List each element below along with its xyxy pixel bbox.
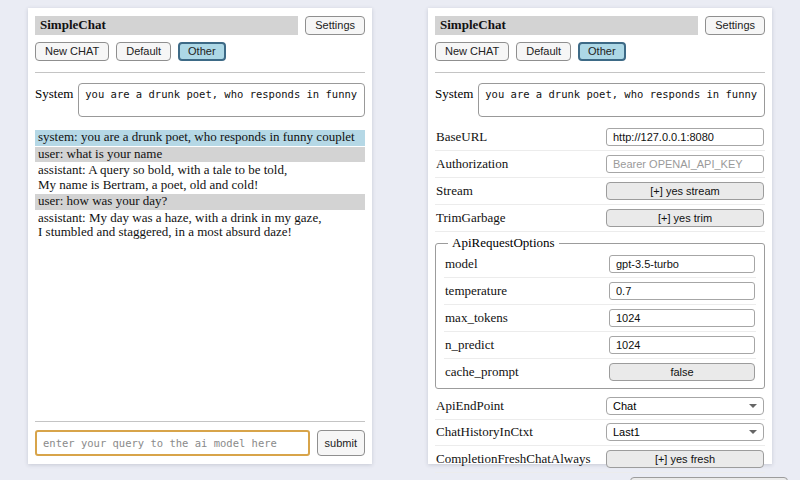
session-toolbar: New CHAT Default Other	[435, 42, 765, 61]
system-prompt-label: System	[35, 83, 73, 117]
chat-panel: SimpleChat Settings New CHAT Default Oth…	[28, 8, 372, 464]
authorization-input[interactable]	[606, 155, 764, 173]
panel-header: SimpleChat Settings	[435, 16, 765, 35]
temperature-input[interactable]	[609, 282, 755, 300]
cache-prompt-toggle-button[interactable]: false	[609, 363, 755, 381]
api-request-options-legend: ApiRequestOptions	[448, 235, 559, 251]
settings-button[interactable]: Settings	[305, 16, 365, 35]
setting-row-cache-prompt: cache_prompt false	[444, 359, 756, 385]
session-tab-default[interactable]: Default	[516, 42, 571, 61]
submit-button[interactable]: submit	[317, 430, 365, 456]
setting-row-role-prefix: CompletionInsertStandardRolePrefix [-] d…	[435, 473, 765, 480]
system-prompt-input[interactable]: you are a drunk poet, who responds in fu…	[478, 83, 765, 117]
app-title: SimpleChat	[435, 16, 698, 35]
new-chat-button[interactable]: New CHAT	[435, 42, 509, 61]
divider	[35, 72, 365, 73]
chat-log: system: you are a drunk poet, who respon…	[35, 130, 365, 417]
setting-row-temperature: temperature	[444, 278, 756, 305]
api-endpoint-label: ApiEndPoint	[436, 398, 504, 414]
trim-garbage-label: TrimGarbage	[436, 210, 506, 226]
base-url-input[interactable]	[606, 128, 764, 146]
system-prompt-row: System you are a drunk poet, who respond…	[435, 83, 765, 117]
setting-row-authorization: Authorization	[435, 151, 765, 178]
api-endpoint-selected-value: Chat	[613, 400, 636, 412]
n-predict-label: n_predict	[445, 337, 494, 353]
setting-row-trimgarbage: TrimGarbage [+] yes trim	[435, 205, 765, 232]
new-chat-button[interactable]: New CHAT	[35, 42, 109, 61]
chat-history-label: ChatHistoryInCtxt	[436, 424, 533, 440]
setting-row-baseurl: BaseURL	[435, 124, 765, 151]
app-title: SimpleChat	[35, 16, 298, 35]
session-tab-default[interactable]: Default	[116, 42, 171, 61]
chat-message: system: you are a drunk poet, who respon…	[35, 130, 365, 146]
trim-garbage-toggle-button[interactable]: [+] yes trim	[606, 209, 764, 227]
setting-row-api-endpoint: ApiEndPoint Chat	[435, 394, 765, 420]
stream-toggle-button[interactable]: [+] yes stream	[606, 182, 764, 200]
session-tab-other[interactable]: Other	[578, 42, 626, 61]
authorization-label: Authorization	[436, 156, 508, 172]
chat-message: user: what is your name	[35, 147, 365, 163]
chevron-down-icon	[749, 430, 757, 434]
system-prompt-row: System you are a drunk poet, who respond…	[35, 83, 365, 117]
n-predict-input[interactable]	[609, 336, 755, 354]
fresh-chat-toggle-button[interactable]: [+] yes fresh	[606, 450, 764, 468]
session-toolbar: New CHAT Default Other	[35, 42, 365, 61]
max-tokens-input[interactable]	[609, 309, 755, 327]
session-tab-other[interactable]: Other	[178, 42, 226, 61]
chat-message: user: how was your day?	[35, 194, 365, 210]
panel-header: SimpleChat Settings	[35, 16, 365, 35]
setting-row-n-predict: n_predict	[444, 332, 756, 359]
query-input[interactable]	[35, 430, 310, 456]
model-label: model	[445, 256, 478, 272]
setting-row-max-tokens: max_tokens	[444, 305, 756, 332]
api-request-options-group: ApiRequestOptions model temperature max_…	[435, 235, 765, 389]
divider	[35, 421, 365, 422]
setting-row-stream: Stream [+] yes stream	[435, 178, 765, 205]
temperature-label: temperature	[445, 283, 507, 299]
chat-message: assistant: A query so bold, with a tale …	[35, 163, 365, 193]
cache-prompt-label: cache_prompt	[445, 364, 519, 380]
setting-row-chat-history: ChatHistoryInCtxt Last1	[435, 420, 765, 446]
base-url-label: BaseURL	[436, 129, 487, 145]
setting-row-model: model	[444, 251, 756, 278]
model-input[interactable]	[609, 255, 755, 273]
chevron-down-icon	[749, 404, 757, 408]
system-prompt-input[interactable]: you are a drunk poet, who responds in fu…	[78, 83, 365, 117]
system-prompt-label: System	[435, 83, 473, 117]
divider	[435, 72, 765, 73]
chat-history-select[interactable]: Last1	[606, 423, 764, 441]
query-row: submit	[35, 430, 365, 456]
settings-list: BaseURL Authorization Stream [+] yes str…	[435, 124, 765, 480]
max-tokens-label: max_tokens	[445, 310, 508, 326]
stream-label: Stream	[436, 183, 473, 199]
setting-row-fresh-chat: CompletionFreshChatAlways [+] yes fresh	[435, 446, 765, 473]
chat-message: assistant: My day was a haze, with a dri…	[35, 211, 365, 241]
settings-button[interactable]: Settings	[705, 16, 765, 35]
chat-history-selected-value: Last1	[613, 426, 640, 438]
settings-panel: SimpleChat Settings New CHAT Default Oth…	[428, 8, 772, 464]
fresh-chat-label: CompletionFreshChatAlways	[436, 451, 591, 467]
api-endpoint-select[interactable]: Chat	[606, 397, 764, 415]
